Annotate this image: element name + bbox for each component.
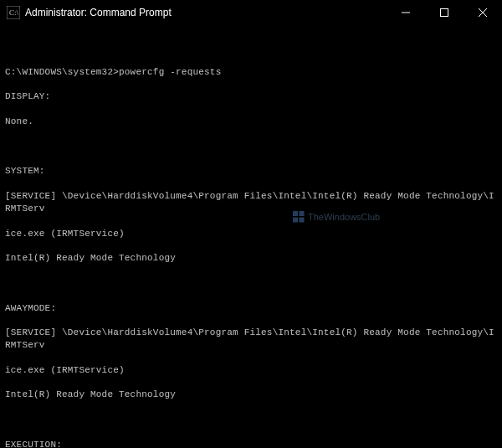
window-controls bbox=[387, 0, 502, 25]
output-line: Intel(R) Ready Mode Technology bbox=[5, 389, 497, 401]
output-line bbox=[5, 141, 497, 153]
output-line: DISPLAY: bbox=[5, 90, 497, 103]
close-button[interactable] bbox=[464, 0, 502, 25]
output-line: ice.exe (IRMTService) bbox=[5, 364, 497, 377]
output-line: [SERVICE] \Device\HarddiskVolume4\Progra… bbox=[5, 190, 497, 215]
output-line: [SERVICE] \Device\HarddiskVolume4\Progra… bbox=[5, 327, 497, 352]
output-line: None. bbox=[5, 116, 497, 128]
output-line: Intel(R) Ready Mode Technology bbox=[5, 252, 497, 265]
output-line: ice.exe (IRMTService) bbox=[5, 228, 497, 240]
maximize-button[interactable] bbox=[425, 0, 464, 25]
output-line: SYSTEM: bbox=[5, 165, 497, 178]
output-line: C:\WINDOWS\system32>powercfg -requests bbox=[5, 66, 497, 79]
output-line: AWAYMODE: bbox=[5, 302, 497, 315]
output-line: EXECUTION: bbox=[5, 439, 497, 448]
terminal-output[interactable]: C:\WINDOWS\system32>powercfg -requests D… bbox=[0, 25, 502, 448]
window-title: Administrator: Command Prompt bbox=[25, 7, 387, 18]
cmd-icon: C:\ bbox=[7, 6, 20, 19]
minimize-button[interactable] bbox=[387, 0, 425, 25]
output-line bbox=[5, 414, 497, 426]
svg-text:C:\: C:\ bbox=[9, 8, 19, 17]
output-line bbox=[5, 41, 497, 54]
titlebar: C:\ Administrator: Command Prompt bbox=[0, 0, 502, 25]
svg-rect-3 bbox=[441, 9, 448, 17]
output-line bbox=[5, 277, 497, 290]
